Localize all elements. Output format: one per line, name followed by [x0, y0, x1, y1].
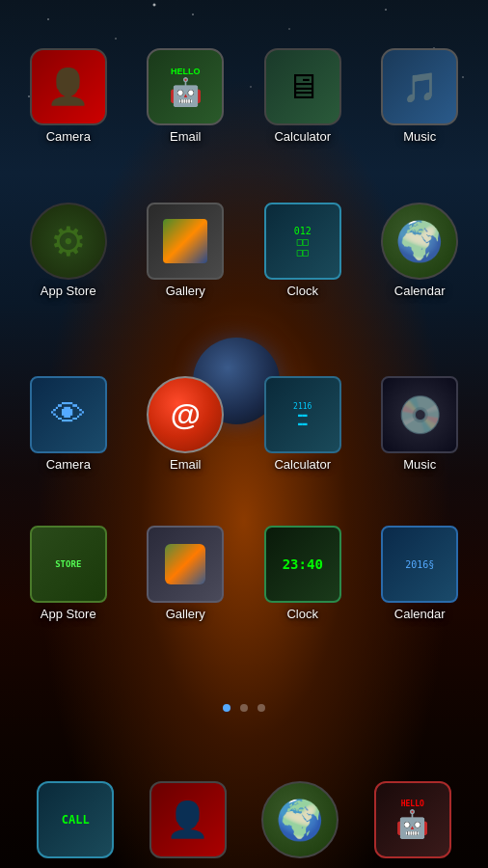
appstore1-label: App Store [41, 284, 96, 298]
app-gallery2[interactable]: Gallery [132, 526, 238, 621]
icon-row-4: App Store Gallery Clock Calendar [0, 526, 488, 621]
page-dot-3[interactable] [258, 704, 265, 712]
gallery1-icon [147, 203, 224, 280]
camera1-label: Camera [46, 129, 91, 144]
appstore2-label: App Store [41, 607, 96, 621]
row-container-3: Camera Email Calculator Music [0, 376, 488, 472]
row-container-1: Camera Email Calculator Music [0, 48, 488, 144]
dock-call-button[interactable] [37, 781, 114, 858]
camera1-icon [30, 48, 107, 125]
dock-hello-button[interactable] [374, 781, 451, 858]
clock2-icon [264, 526, 341, 603]
appstore2-icon [30, 526, 107, 603]
calc2-label: Calculator [274, 457, 331, 472]
calendar2-icon [381, 526, 458, 603]
calendar1-icon [381, 203, 458, 280]
gallery1-label: Gallery [166, 284, 205, 298]
clock1-label: Clock [286, 284, 318, 298]
app-calc1[interactable]: Calculator [250, 48, 356, 144]
camera2-label: Camera [46, 457, 91, 472]
camera2-icon [30, 376, 107, 453]
dock-camera-button[interactable] [149, 781, 227, 858]
page-dot-2[interactable] [240, 704, 248, 712]
dock [0, 781, 488, 858]
email1-label: Email [170, 129, 202, 144]
app-music1[interactable]: Music [366, 48, 473, 144]
gallery2-icon [147, 526, 224, 603]
app-camera2[interactable]: Camera [15, 376, 122, 472]
app-gallery1[interactable]: Gallery [132, 203, 238, 298]
app-calendar2[interactable]: Calendar [366, 526, 473, 621]
calc2-icon [264, 376, 341, 453]
page-dot-1[interactable] [223, 704, 230, 712]
row-container-2: App Store Gallery Clock Calendar [0, 203, 488, 298]
app-appstore2[interactable]: App Store [15, 526, 122, 621]
app-clock2[interactable]: Clock [250, 526, 356, 621]
app-email2[interactable]: Email [132, 376, 238, 472]
calc1-icon [264, 48, 341, 125]
email2-icon [147, 376, 224, 453]
icon-row-1: Camera Email Calculator Music [0, 48, 488, 144]
calendar2-label: Calendar [394, 607, 446, 621]
page-indicator [0, 704, 488, 712]
app-calc2[interactable]: Calculator [250, 376, 356, 472]
icon-row-3: Camera Email Calculator Music [0, 376, 488, 472]
icon-row-2: App Store Gallery Clock Calendar [0, 203, 488, 298]
app-appstore1[interactable]: App Store [15, 203, 122, 298]
calc1-label: Calculator [274, 129, 331, 144]
dock-calendar-button[interactable] [261, 781, 339, 858]
music2-label: Music [403, 457, 436, 472]
app-camera1[interactable]: Camera [15, 48, 122, 144]
app-calendar1[interactable]: Calendar [366, 203, 473, 298]
email2-label: Email [170, 457, 202, 472]
calendar1-label: Calendar [394, 284, 446, 298]
music1-icon [381, 48, 458, 125]
app-music2[interactable]: Music [366, 376, 473, 472]
email1-icon [147, 48, 224, 125]
appstore1-icon [30, 203, 107, 280]
gallery2-label: Gallery [166, 607, 205, 621]
music1-label: Music [403, 129, 436, 144]
music2-icon [381, 376, 458, 453]
clock1-icon [264, 203, 341, 280]
clock2-label: Clock [286, 607, 318, 621]
app-email1[interactable]: Email [132, 48, 238, 144]
row-container-4: App Store Gallery Clock Calendar [0, 526, 488, 621]
app-clock1[interactable]: Clock [250, 203, 356, 298]
